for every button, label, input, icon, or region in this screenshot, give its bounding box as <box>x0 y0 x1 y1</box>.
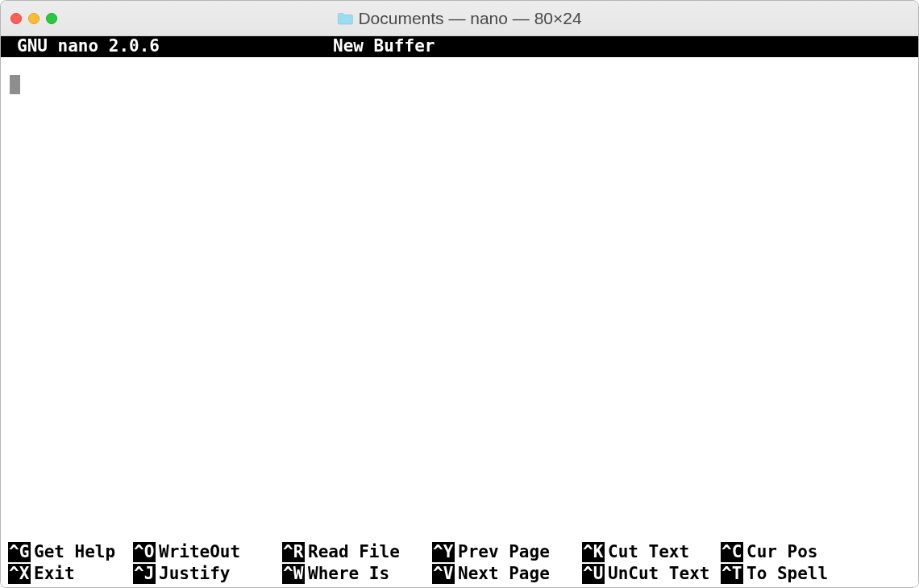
shortcut-label: UnCut Text <box>605 564 709 584</box>
shortcut-key: ^G <box>8 542 31 562</box>
shortcut-uncut-text[interactable]: ^U UnCut Text <box>582 564 721 584</box>
shortcut-label: Prev Page <box>455 542 550 562</box>
close-button[interactable] <box>10 13 22 24</box>
window-title-area: Documents — nano — 80×24 <box>337 9 581 28</box>
shortcut-key: ^U <box>582 564 605 584</box>
folder-icon <box>337 12 353 25</box>
shortcut-cur-pos[interactable]: ^C Cur Pos <box>721 542 859 562</box>
shortcut-key: ^W <box>282 564 305 584</box>
maximize-button[interactable] <box>46 13 57 24</box>
editor-area[interactable] <box>1 57 918 539</box>
shortcut-where-is[interactable]: ^W Where Is <box>282 564 432 584</box>
nano-buffer-title: New Buffer <box>333 36 435 56</box>
shortcut-read-file[interactable]: ^R Read File <box>282 542 432 562</box>
shortcut-key: ^K <box>582 542 605 562</box>
shortcut-cut-text[interactable]: ^K Cut Text <box>582 542 721 562</box>
shortcut-label: Get Help <box>31 542 115 562</box>
shortcut-key: ^R <box>282 542 305 562</box>
shortcut-key: ^Y <box>432 542 455 562</box>
shortcut-label: Next Page <box>455 564 550 584</box>
terminal-content[interactable]: GNU nano 2.0.6 New Buffer ^G Get Help ^O… <box>1 36 918 587</box>
nano-app-title: GNU nano 2.0.6 <box>17 36 160 56</box>
text-cursor <box>10 75 20 94</box>
nano-title-bar: GNU nano 2.0.6 New Buffer <box>1 36 918 57</box>
shortcut-label: Exit <box>31 564 75 584</box>
shortcut-key: ^C <box>721 542 743 562</box>
shortcut-to-spell[interactable]: ^T To Spell <box>721 564 859 584</box>
shortcut-key: ^O <box>133 542 156 562</box>
shortcut-label: WriteOut <box>156 542 240 562</box>
shortcut-label: To Spell <box>743 564 828 584</box>
shortcut-label: Read File <box>305 542 400 562</box>
shortcut-justify[interactable]: ^J Justify <box>133 564 282 584</box>
shortcut-key: ^X <box>8 564 31 584</box>
shortcut-label: Cur Pos <box>743 542 818 562</box>
shortcut-get-help[interactable]: ^G Get Help <box>8 542 133 562</box>
shortcut-writeout[interactable]: ^O WriteOut <box>133 542 282 562</box>
window-controls <box>10 13 57 24</box>
shortcut-row-2: ^X Exit ^J Justify ^W Where Is ^V Next P… <box>8 563 911 585</box>
shortcut-exit[interactable]: ^X Exit <box>8 564 133 584</box>
shortcut-next-page[interactable]: ^V Next Page <box>432 564 582 584</box>
shortcut-label: Where Is <box>305 564 389 584</box>
shortcut-key: ^T <box>721 564 743 584</box>
shortcut-bar: ^G Get Help ^O WriteOut ^R Read File ^Y … <box>8 541 911 585</box>
shortcut-key: ^J <box>133 564 156 584</box>
shortcut-key: ^V <box>432 564 455 584</box>
titlebar[interactable]: Documents — nano — 80×24 <box>1 1 918 36</box>
shortcut-row-1: ^G Get Help ^O WriteOut ^R Read File ^Y … <box>8 541 911 563</box>
window-title: Documents — nano — 80×24 <box>358 9 581 28</box>
minimize-button[interactable] <box>28 13 40 24</box>
shortcut-label: Cut Text <box>605 542 689 562</box>
shortcut-prev-page[interactable]: ^Y Prev Page <box>432 542 582 562</box>
shortcut-label: Justify <box>156 564 231 584</box>
terminal-window: Documents — nano — 80×24 GNU nano 2.0.6 … <box>0 0 919 588</box>
